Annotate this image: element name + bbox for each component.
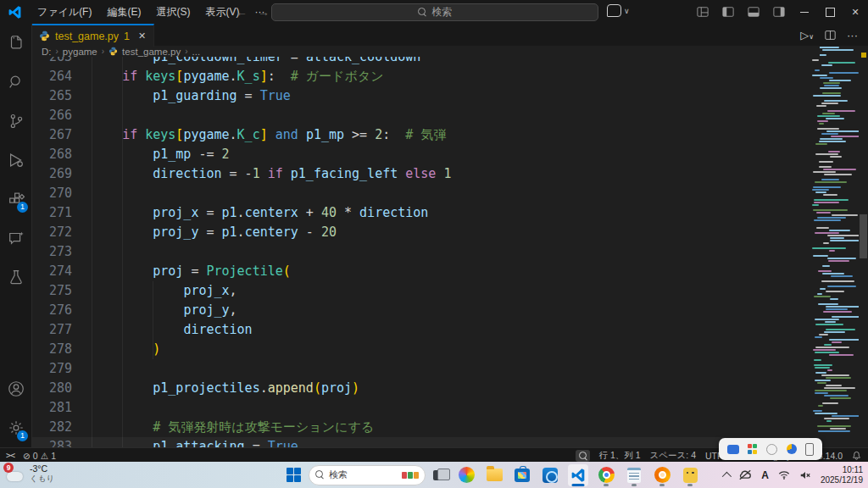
line-number[interactable]: 274 <box>31 262 72 281</box>
run-button[interactable]: ▷∨ <box>800 29 814 42</box>
line-number[interactable]: 270 <box>31 184 72 203</box>
code-line[interactable]: 281 <box>31 398 810 418</box>
code-line[interactable]: 282 # 気弾発射時は攻撃モーションにする <box>31 418 810 437</box>
window-maximize-button[interactable] <box>817 0 843 24</box>
code-line[interactable]: 273 <box>31 242 810 262</box>
code-editor[interactable]: 263 p1_cooldown_timer = attack_cooldown2… <box>31 44 810 447</box>
problems-indicator[interactable]: ⊘ 0 ⚠ 1 <box>23 451 56 461</box>
nav-forward-icon[interactable]: → <box>258 5 270 19</box>
nav-back-icon[interactable]: ← <box>236 5 248 19</box>
window-close-button[interactable]: ✕ <box>843 0 868 24</box>
line-number[interactable]: 266 <box>31 106 72 125</box>
tray-cloud-paused-icon[interactable] <box>738 469 752 480</box>
breadcrumb-file[interactable]: test_game.py <box>122 47 181 57</box>
toolbar-record-icon[interactable] <box>766 444 777 455</box>
taskbar-app-vscode-active[interactable] <box>568 464 588 486</box>
line-number[interactable]: 271 <box>31 203 72 223</box>
code-line[interactable]: 275 proj_x, <box>31 281 810 301</box>
customize-layout-icon[interactable] <box>697 6 709 18</box>
ime-mode-indicator[interactable]: A <box>761 469 769 481</box>
line-number[interactable]: 282 <box>31 418 72 437</box>
menu-selection[interactable]: 選択(S) <box>148 0 198 24</box>
source-control-icon[interactable] <box>0 102 31 141</box>
copilot-chat-icon[interactable] <box>0 219 31 258</box>
extensions-icon[interactable]: 1 <box>0 180 31 219</box>
code-line[interactable]: 270 <box>31 184 810 203</box>
floating-toolbar[interactable] <box>719 438 822 460</box>
taskbar-app-notepad[interactable] <box>624 464 644 486</box>
toggle-panel-icon[interactable] <box>748 6 760 18</box>
tab-test-game-py[interactable]: test_game.py 1 ✕ <box>31 24 154 47</box>
toggle-sidebar-icon[interactable] <box>722 6 734 18</box>
minimap[interactable] <box>810 44 859 447</box>
line-number[interactable]: 273 <box>31 242 72 262</box>
taskbar-app-game[interactable] <box>680 464 700 486</box>
toggle-secondary-sidebar-icon[interactable] <box>773 6 785 18</box>
remote-indicator[interactable]: >< <box>6 451 14 460</box>
run-debug-icon[interactable] <box>0 141 31 180</box>
volume-muted-icon[interactable] <box>799 470 811 480</box>
code-line[interactable]: 269 direction = -1 if p1_facing_left els… <box>31 164 810 184</box>
editor-more-actions-icon[interactable]: ··· <box>847 29 858 42</box>
taskbar-clock[interactable]: 10:11 2025/12/19 <box>821 465 863 485</box>
cursor-position[interactable]: 行 1、列 1 <box>599 450 641 462</box>
weather-widget[interactable]: 9 -3°C くもり <box>5 464 54 483</box>
code-line[interactable]: 266 <box>31 106 810 125</box>
toolbar-display-icon[interactable] <box>727 445 739 454</box>
menu-file[interactable]: ファイル(F) <box>30 0 99 24</box>
breadcrumb-drive[interactable]: D: <box>42 47 52 57</box>
line-number[interactable]: 272 <box>31 223 72 242</box>
code-line[interactable]: 264 if keys[pygame.K_s]: # ガードボタン <box>31 67 810 86</box>
code-line[interactable]: 272 proj_y = p1.centery - 20 <box>31 223 810 242</box>
zoom-indicator[interactable] <box>576 450 590 462</box>
line-number[interactable]: 268 <box>31 145 72 164</box>
code-line[interactable]: 280 p1_projectiles.append(proj) <box>31 379 810 398</box>
code-line[interactable]: 267 if keys[pygame.K_c] and p1_mp >= 2: … <box>31 125 810 145</box>
taskbar-app-explorer[interactable] <box>484 464 504 486</box>
taskbar-app-store[interactable] <box>512 464 532 486</box>
wifi-icon[interactable] <box>778 470 790 480</box>
line-number[interactable]: 276 <box>31 301 72 320</box>
code-line[interactable]: 277 direction <box>31 320 810 340</box>
task-view-button[interactable] <box>433 469 448 482</box>
notifications-bell-icon[interactable] <box>852 451 861 460</box>
taskbar-search-input[interactable]: 検索 <box>309 465 426 485</box>
code-line[interactable]: 271 proj_x = p1.centerx + 40 * direction <box>31 203 810 223</box>
line-number[interactable]: 269 <box>31 164 72 184</box>
line-number[interactable]: 264 <box>31 67 72 86</box>
code-line[interactable]: 276 proj_y, <box>31 301 810 320</box>
indentation-setting[interactable]: スペース: 4 <box>650 450 696 462</box>
command-center-search[interactable]: 検索 <box>271 3 598 21</box>
toolbar-shield-icon[interactable] <box>787 444 797 454</box>
taskbar-app-outlook[interactable] <box>540 464 560 486</box>
tab-close-icon[interactable]: ✕ <box>138 30 146 42</box>
line-number[interactable]: 277 <box>31 320 72 340</box>
line-number[interactable]: 280 <box>31 379 72 398</box>
account-icon[interactable] <box>0 369 31 408</box>
line-number[interactable]: 278 <box>31 340 72 359</box>
window-minimize-button[interactable] <box>792 0 817 24</box>
settings-gear-icon[interactable]: 1 <box>0 408 31 447</box>
line-number[interactable]: 279 <box>31 359 72 379</box>
split-editor-icon[interactable] <box>825 30 836 41</box>
breadcrumb-folder[interactable]: pygame <box>63 47 97 57</box>
explorer-icon[interactable] <box>0 24 31 63</box>
code-line[interactable]: 279 <box>31 359 810 379</box>
editor-scrollbar[interactable] <box>859 44 868 447</box>
breadcrumb-symbol[interactable]: ... <box>192 47 201 57</box>
code-line[interactable]: 274 proj = Projectile( <box>31 262 810 281</box>
toolbar-palette-icon[interactable] <box>748 444 758 454</box>
tray-expand-icon[interactable] <box>722 471 732 480</box>
line-number[interactable]: 281 <box>31 398 72 418</box>
taskbar-app-copilot[interactable] <box>456 464 476 486</box>
testing-icon[interactable] <box>0 258 31 297</box>
code-line[interactable]: 278 ) <box>31 340 810 359</box>
menu-edit[interactable]: 編集(E) <box>99 0 148 24</box>
code-line[interactable]: 265 p1_guarding = True <box>31 86 810 106</box>
line-number[interactable]: 275 <box>31 281 72 301</box>
search-icon[interactable] <box>0 63 31 102</box>
scrollbar-thumb[interactable] <box>860 214 867 258</box>
taskbar-app-chrome-beta[interactable] <box>652 464 672 486</box>
code-line[interactable]: 283 p1_attacking = True <box>31 437 810 447</box>
line-number[interactable]: 283 <box>31 437 72 447</box>
